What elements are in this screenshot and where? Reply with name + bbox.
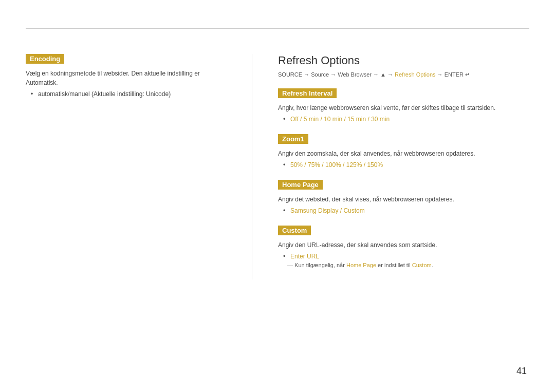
breadcrumb: SOURCE → Source → Web Browser → ▲ → Refr… [278,71,529,78]
custom-bullet-item: Enter URL [283,253,529,260]
custom-badge: Custom [278,226,311,235]
home-page-list: Samsung Display / Custom [283,207,529,214]
zoom1-list: 50% / 75% / 100% / 125% / 150% [283,161,529,169]
refresh-interval-badge: Refresh Interval [278,88,337,98]
encoding-description: Vælg en kodningsmetode til websider. Den… [26,69,231,87]
custom-section: Custom Angiv den URL-adresse, der skal a… [278,226,529,268]
refresh-interval-description: Angiv, hvor længe webbrowseren skal vent… [278,103,529,113]
zoom1-section: Zoom1 Angiv den zoomskala, der skal anve… [278,134,529,169]
home-page-description: Angiv det websted, der skal vises, når w… [278,195,529,204]
encoding-badge: Encoding [26,54,64,64]
breadcrumb-highlight: Refresh Options [395,71,435,78]
home-page-values: Samsung Display / Custom [290,207,365,214]
zoom1-item: 50% / 75% / 100% / 125% / 150% [283,161,529,169]
right-column: Refresh Options SOURCE → Source → Web Br… [252,54,529,279]
refresh-interval-section: Refresh Interval Angiv, hvor længe webbr… [278,88,529,123]
left-column: Encoding Vælg en kodningsmetode til webs… [26,54,252,279]
two-column-layout: Encoding Vælg en kodningsmetode til webs… [26,54,529,279]
custom-ref: Custom [412,262,432,268]
encoding-bullet-item: automatisk/manuel (Aktuelle indstilling:… [31,90,231,98]
encoding-section: Encoding Vælg en kodningsmetode til webs… [26,54,231,98]
page-number: 41 [516,366,527,377]
encoding-bullet-list: automatisk/manuel (Aktuelle indstilling:… [31,90,231,98]
top-divider [26,28,529,29]
zoom1-badge: Zoom1 [278,134,308,144]
custom-note: Kun tilgængelig, når Home Page er indsti… [278,262,529,268]
home-page-ref: Home Page [346,262,376,268]
custom-description: Angiv den URL-adresse, der skal anvendes… [278,240,529,250]
page-container: Encoding Vælg en kodningsmetode til webs… [0,0,555,392]
zoom1-description: Angiv den zoomskala, der skal anvendes, … [278,149,529,158]
zoom1-values: 50% / 75% / 100% / 125% / 150% [290,161,383,169]
refresh-interval-item: Off / 5 min / 10 min / 15 min / 30 min [283,116,529,123]
main-title: Refresh Options [278,54,529,67]
home-page-section: Home Page Angiv det websted, der skal vi… [278,180,529,214]
refresh-interval-values: Off / 5 min / 10 min / 15 min / 30 min [290,116,390,123]
home-page-item: Samsung Display / Custom [283,207,529,214]
custom-enter-url: Enter URL [290,253,319,260]
home-page-badge: Home Page [278,180,323,190]
custom-list: Enter URL [283,253,529,260]
refresh-interval-list: Off / 5 min / 10 min / 15 min / 30 min [283,116,529,123]
